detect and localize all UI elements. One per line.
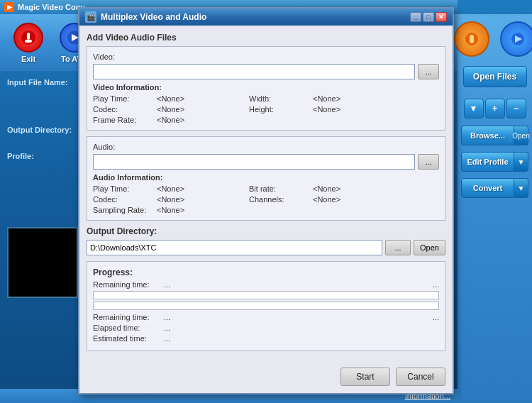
remaining-time-value-1: ...: [164, 280, 433, 289]
width-value: <None>: [313, 94, 405, 103]
progress-section: Progress: Remaining time: ... ... Remain…: [87, 261, 445, 351]
dialog-minimize-button[interactable]: _: [410, 12, 421, 22]
progress-bar-2-container: [93, 302, 439, 310]
audio-codec-label: Codec:: [93, 195, 157, 204]
video-info-heading: Video Information:: [93, 83, 439, 92]
play-time-label: Play Time:: [93, 94, 157, 103]
video-input-row: ...: [93, 64, 439, 79]
height-value: <None>: [313, 105, 405, 114]
output-dir-section: Output Directory: ... Open: [87, 226, 445, 255]
output-browse-button[interactable]: ...: [385, 240, 411, 255]
progress-bar-1-container: [93, 291, 439, 299]
add-files-heading: Add Video Audio Files: [87, 33, 445, 43]
estimated-time-value: ...: [164, 334, 439, 343]
fr-height-placeholder: [249, 116, 313, 124]
audio-field-row: Audio:: [93, 143, 439, 151]
audio-input[interactable]: [93, 154, 415, 170]
dialog-footer: Start Cancel: [79, 364, 453, 393]
dialog-icon: 🎬: [85, 11, 96, 23]
audio-info-heading: Audio Information:: [93, 173, 439, 182]
dialog-body: Add Video Audio Files Video: ... Video I…: [79, 26, 453, 364]
estimated-time-label: Estimated time:: [93, 334, 164, 343]
video-browse-button[interactable]: ...: [418, 64, 439, 79]
audio-codec-value: <None>: [157, 195, 249, 204]
elapsed-time-row: Elapsed time: ...: [93, 324, 439, 332]
play-time-value: <None>: [157, 94, 249, 103]
audio-info-grid: Play Time: <None> Bit rate: <None> Codec…: [93, 184, 439, 214]
remaining-time-label-2: Remaining time:: [93, 313, 164, 321]
remaining-time-value-2: ...: [164, 313, 433, 321]
dialog-titlebar: 🎬 Multiplex Video and Audio _ □ ✕: [79, 9, 453, 26]
dialog-close-button[interactable]: ✕: [436, 12, 447, 22]
fr-height-val-placeholder: [313, 116, 405, 124]
output-dir-heading: Output Directory:: [87, 226, 445, 236]
remaining-time-label-1: Remaining time:: [93, 280, 164, 289]
dialog-overlay: 🎬 Multiplex Video and Audio _ □ ✕ Add Vi…: [0, 0, 532, 403]
multiplex-dialog: 🎬 Multiplex Video and Audio _ □ ✕ Add Vi…: [78, 7, 454, 394]
estimated-time-row: Estimated time: ...: [93, 334, 439, 343]
audio-label: Audio:: [93, 143, 157, 151]
remaining-time-right-2: ...: [433, 313, 439, 321]
channels-label: Channels:: [249, 195, 313, 204]
sampling-rate-label: Sampling Rate:: [93, 206, 157, 214]
dialog-controls: _ □ ✕: [410, 12, 447, 22]
start-button[interactable]: Start: [340, 368, 390, 386]
codec-value: <None>: [157, 105, 249, 114]
audio-play-time-value: <None>: [157, 184, 249, 193]
elapsed-time-value: ...: [164, 324, 439, 332]
codec-label: Codec:: [93, 105, 157, 114]
dialog-maximize-button[interactable]: □: [423, 12, 434, 22]
sr-placeholder: [249, 206, 313, 214]
elapsed-time-label: Elapsed time:: [93, 324, 164, 332]
sampling-rate-value: <None>: [157, 206, 249, 214]
frame-rate-value: <None>: [157, 116, 249, 124]
output-dir-input[interactable]: [87, 240, 382, 255]
frame-rate-label: Frame Rate:: [93, 116, 157, 124]
sr-val-placeholder: [313, 206, 405, 214]
cancel-button[interactable]: Cancel: [396, 368, 445, 386]
bit-rate-value: <None>: [313, 184, 405, 193]
channels-value: <None>: [313, 195, 405, 204]
bit-rate-label: Bit rate:: [249, 184, 313, 193]
remaining-time-right-1: ...: [433, 280, 439, 289]
height-label: Height:: [249, 105, 313, 114]
progress-row-1: Remaining time: ... ...: [93, 280, 439, 289]
video-input[interactable]: [93, 64, 415, 79]
progress-heading: Progress:: [93, 267, 439, 277]
video-field-row: Video:: [93, 53, 439, 61]
output-open-button[interactable]: Open: [414, 240, 445, 255]
video-section: Video: ... Video Information: Play Time:…: [87, 46, 445, 131]
video-label: Video:: [93, 53, 157, 61]
width-label: Width:: [249, 94, 313, 103]
progress-row-2: Remaining time: ... ...: [93, 313, 439, 321]
audio-input-row: ...: [93, 154, 439, 170]
audio-play-time-label: Play Time:: [93, 184, 157, 193]
audio-section: Audio: ... Audio Information: Play Time:…: [87, 136, 445, 221]
audio-browse-button[interactable]: ...: [418, 154, 439, 170]
output-dir-row: ... Open: [87, 240, 445, 255]
video-info-grid: Play Time: <None> Width: <None> Codec: <…: [93, 94, 439, 124]
dialog-title: Multiplex Video and Audio: [101, 12, 206, 22]
